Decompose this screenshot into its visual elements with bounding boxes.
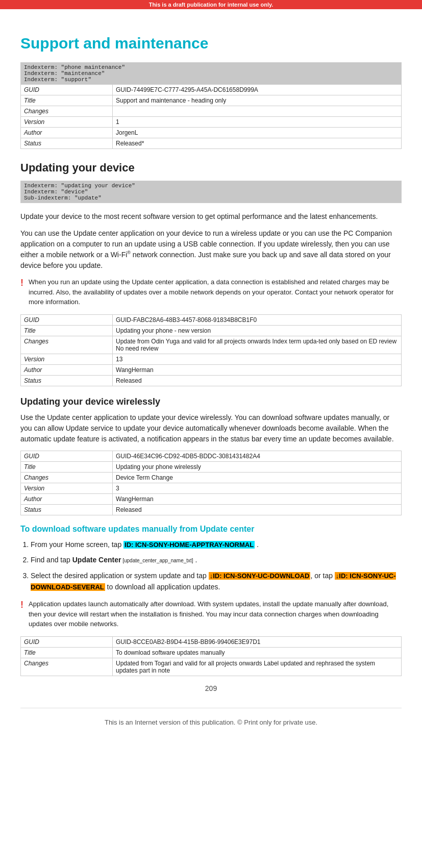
meta1-version-row: Version 1 [21, 117, 402, 128]
section1-indexterm-table: Indexterm: "updating your device" Indext… [20, 181, 402, 203]
step2-tag: [update_center_app_name_txt] [121, 558, 193, 563]
procedure-title: To download software updates manually fr… [20, 525, 402, 534]
footer-copyright: This is an Internet version of this publ… [105, 718, 317, 726]
wifi-superscript: ® [127, 250, 131, 255]
meta4-title-value: To download software updates manually [113, 647, 402, 658]
note-icon-1: ! [20, 278, 23, 288]
step2-text2: . [193, 556, 197, 564]
meta3-author-row: Author WangHerman [21, 493, 402, 504]
section2-title: Updating your device wirelessly [20, 396, 402, 407]
step2-text1: Find and tap [31, 556, 72, 564]
section1-para1: Update your device to the most recent so… [20, 211, 402, 222]
page-content: Support and maintenance Indexterm: "phon… [0, 9, 422, 762]
meta2-changes-row: Changes Update from Odin Yuga and valid … [21, 336, 402, 354]
meta1-version-label: Version [21, 117, 113, 128]
meta2-author-label: Author [21, 364, 113, 375]
indexterm-line-2: Indexterm: "maintenance" [24, 70, 105, 77]
step-3: Select the desired application or system… [31, 570, 402, 593]
step-2: Find and tap Update Center [update_cente… [31, 554, 402, 565]
meta1-guid-row: GUID GUID-74499E7C-C777-4295-A45A-DC6165… [21, 85, 402, 95]
meta3-version-row: Version 3 [21, 483, 402, 493]
section1-indexterm-1: Indexterm: "updating your device" [24, 183, 135, 189]
meta4-changes-label: Changes [21, 658, 113, 676]
meta4-changes-row: Changes Updated from Togari and valid fo… [21, 658, 402, 676]
section1-note: ! When you run an update using the Updat… [20, 277, 402, 307]
meta1-guid-label: GUID [21, 85, 113, 95]
meta1-title-row: Title Support and maintenance - heading … [21, 95, 402, 106]
meta3-version-value: 3 [113, 483, 402, 493]
meta2-title-row: Title Updating your phone - new version [21, 325, 402, 336]
indexterm-line-1: Indexterm: "phone maintenance" [24, 64, 125, 70]
step3-icon1-highlight: ↓ID: ICN-SONY-UC-DOWNLOAD [209, 572, 311, 580]
meta3-title-value: Updating your phone wirelessly [113, 461, 402, 472]
meta2-status-value: Released [113, 375, 402, 386]
section1-indexterm-cell: Indexterm: "updating your device" Indext… [21, 181, 402, 203]
meta2-version-value: 13 [113, 354, 402, 364]
section1-indexterm-row: Indexterm: "updating your device" Indext… [21, 181, 402, 203]
indexterm-line-3: Indexterm: "support" [24, 77, 91, 83]
meta1-status-value: Released* [113, 138, 402, 149]
meta2-version-row: Version 13 [21, 354, 402, 364]
page-footer: This is an Internet version of this publ… [20, 708, 402, 731]
note-icon-2: ! [20, 600, 23, 610]
meta2-guid-label: GUID [21, 314, 113, 325]
section1-para2: You can use the Update center applicatio… [20, 228, 402, 271]
meta1-author-label: Author [21, 128, 113, 138]
meta1-changes-value [113, 106, 402, 117]
section1-note-text: When you run an update using the Update … [29, 277, 402, 307]
meta2-title-value: Updating your phone - new version [113, 325, 402, 336]
meta2-guid-row: GUID GUID-FABC28A6-48B3-4457-8068-91834B… [21, 314, 402, 325]
meta2-author-row: Author WangHerman [21, 364, 402, 375]
main-title: Support and maintenance [20, 35, 402, 52]
meta2-changes-value: Update from Odin Yuga and valid for all … [113, 336, 402, 354]
meta-table-2: GUID GUID-FABC28A6-48B3-4457-8068-91834B… [20, 314, 402, 386]
meta1-author-row: Author JorgenL [21, 128, 402, 138]
meta3-status-row: Status Released [21, 504, 402, 515]
meta4-guid-row: GUID GUID-8CCE0AB2-B9D4-415B-BB96-99406E… [21, 636, 402, 647]
draft-banner-text: This is a draft publication for internal… [149, 2, 274, 8]
meta1-author-value: JorgenL [113, 128, 402, 138]
section1-indexterm-2: Indexterm: "device" [24, 189, 88, 195]
meta3-changes-row: Changes Device Term Change [21, 472, 402, 483]
page-number: 209 [20, 684, 402, 692]
meta3-guid-value: GUID-46E34C96-CD92-4DB5-BDDC-3081431482A… [113, 451, 402, 461]
procedure-note: ! Application updates launch automatical… [20, 599, 402, 629]
meta1-title-label: Title [21, 95, 113, 106]
step1-text2: . [255, 540, 259, 549]
meta1-changes-label: Changes [21, 106, 113, 117]
meta3-author-label: Author [21, 493, 113, 504]
meta2-author-value: WangHerman [113, 364, 402, 375]
meta2-title-label: Title [21, 325, 113, 336]
meta2-status-label: Status [21, 375, 113, 386]
meta1-status-label: Status [21, 138, 113, 149]
meta-table-4: GUID GUID-8CCE0AB2-B9D4-415B-BB96-99406E… [20, 636, 402, 676]
meta3-title-row: Title Updating your phone wirelessly [21, 461, 402, 472]
meta1-version-value: 1 [113, 117, 402, 128]
meta2-changes-label: Changes [21, 336, 113, 354]
meta-table-1: Indexterm: "phone maintenance" Indexterm… [20, 62, 402, 149]
meta4-title-row: Title To download software updates manua… [21, 647, 402, 658]
indexterm-row-1: Indexterm: "phone maintenance" Indexterm… [21, 63, 402, 85]
meta4-guid-value: GUID-8CCE0AB2-B9D4-415B-BB96-99406E3E97D… [113, 636, 402, 647]
meta2-status-row: Status Released [21, 375, 402, 386]
step-1: From your Home screen, tap ID: ICN-SONY-… [31, 539, 402, 551]
draft-banner: This is a draft publication for internal… [0, 0, 422, 9]
step3-text1: Select the desired application or system… [31, 572, 209, 580]
meta3-changes-label: Changes [21, 472, 113, 483]
meta3-author-value: WangHerman [113, 493, 402, 504]
meta1-changes-row: Changes [21, 106, 402, 117]
step3-text2: , or tap [310, 572, 334, 580]
meta2-guid-value: GUID-FABC28A6-48B3-4457-8068-91834B8CB1F… [113, 314, 402, 325]
section1-title: Updating your device [20, 161, 402, 175]
meta3-title-label: Title [21, 461, 113, 472]
meta3-guid-label: GUID [21, 451, 113, 461]
meta1-status-row: Status Released* [21, 138, 402, 149]
section1-indexterm-3: Sub-indexterm: "update" [24, 195, 102, 201]
meta1-title-value: Support and maintenance - heading only [113, 95, 402, 106]
meta4-title-label: Title [21, 647, 113, 658]
meta3-changes-value: Device Term Change [113, 472, 402, 483]
meta3-version-label: Version [21, 483, 113, 493]
step2-bold: Update Center [72, 556, 121, 564]
meta3-status-label: Status [21, 504, 113, 515]
step1-icon-highlight: ID: ICN-SONY-HOME-APPTRAY-NORMAL [123, 541, 255, 549]
